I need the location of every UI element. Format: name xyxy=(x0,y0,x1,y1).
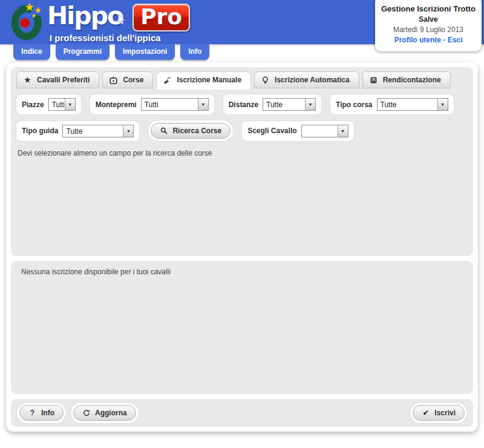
nav-item-indice[interactable]: Indice xyxy=(13,44,50,60)
tab-iscrizione-automatica[interactable]: Iscrizione Automatica xyxy=(254,71,359,88)
chevron-down-icon: ▼ xyxy=(198,99,208,110)
logo-pro-badge: Pro xyxy=(132,4,190,31)
page-title: Gestione Iscrizioni Trotto xyxy=(380,4,477,13)
tab-iscrizione-manuale[interactable]: Iscrizione Manuale xyxy=(156,71,251,90)
lightbulb-icon xyxy=(261,76,269,84)
question-icon: ? xyxy=(28,409,36,417)
aggiorna-button[interactable]: Aggiorna xyxy=(73,405,136,421)
tab-cavalli-preferiti[interactable]: ★ Cavalli Preferiti xyxy=(16,71,99,88)
chevron-down-icon: ▼ xyxy=(437,99,448,110)
tipo-guida-select[interactable]: Tutte ▼ xyxy=(62,125,134,137)
iscrivi-button-wrap: ✔ Iscrivi xyxy=(410,403,467,423)
date-text: Martedì 9 Luglio 2013 xyxy=(380,25,477,34)
nav-item-info[interactable]: Info xyxy=(180,44,209,60)
search-icon xyxy=(160,127,168,135)
star-icon: ★ xyxy=(24,76,31,84)
tab-rendicontazione[interactable]: Rendicontazione xyxy=(362,71,451,88)
distanze-select[interactable]: Tutte ▼ xyxy=(263,98,316,111)
user-panel: Gestione Iscrizioni Trotto Salve Martedì… xyxy=(375,0,482,51)
filter-distanze: Distanze Tutte ▼ xyxy=(223,94,321,114)
nav-item-programmi[interactable]: Programmi xyxy=(56,44,110,60)
chevron-down-icon: ▼ xyxy=(65,99,75,110)
info-button-wrap: ? Info xyxy=(17,403,66,423)
search-hint-text: Devi selezionare almeno un campo per la … xyxy=(18,149,466,157)
filter-scegli-cavallo: Scegli Cavallo ▼ xyxy=(242,121,353,141)
horseshoe-logo-icon xyxy=(7,2,42,44)
ricerca-corse-button-wrap: Ricerca Corse xyxy=(148,120,233,141)
filter-row-2: Tipo guida Tutte ▼ Ricerca Corse Scegli … xyxy=(16,120,468,141)
toolbar-left-group: ? Info Aggiorna xyxy=(17,403,139,423)
logo-tagline: I professionisti dell'ippica xyxy=(50,33,190,43)
aggiorna-button-wrap: Aggiorna xyxy=(71,403,139,423)
info-button[interactable]: ? Info xyxy=(19,405,64,421)
tab-bar: ★ Cavalli Preferiti Corse Iscrizione Man… xyxy=(16,71,468,88)
piazze-select[interactable]: Tutte ▼ xyxy=(48,98,76,111)
filter-tipo-guida: Tipo guida Tutte ▼ xyxy=(16,121,139,141)
refresh-icon xyxy=(82,409,90,417)
main-nav: Indice Programmi Impostazioni Info xyxy=(13,44,209,60)
link-separator: - xyxy=(441,36,448,44)
profile-link[interactable]: Profilo utente xyxy=(394,36,441,44)
nav-item-impostazioni[interactable]: Impostazioni xyxy=(115,44,175,60)
logo-text: Hippo xyxy=(47,2,123,29)
greeting-text: Salve xyxy=(380,15,477,24)
user-links: Profilo utente - Esci xyxy=(380,36,477,44)
bottom-toolbar: ? Info Aggiorna ✔ Iscrivi xyxy=(11,399,473,427)
filter-tipo-corsa: Tipo corsa Tutte ▼ xyxy=(330,94,453,114)
results-panel: Nessuna iscrizione disponibile per i tuo… xyxy=(11,261,473,394)
ricerca-corse-button[interactable]: Ricerca Corse xyxy=(151,123,231,139)
cursor-arrow-icon xyxy=(118,15,126,28)
main-container: ★ Cavalli Preferiti Corse Iscrizione Man… xyxy=(6,62,478,432)
tab-corse[interactable]: Corse xyxy=(102,71,153,88)
check-icon: ✔ xyxy=(422,409,430,417)
no-registrations-text: Nessuna iscrizione disponibile per i tuo… xyxy=(21,268,463,276)
tipo-corsa-select[interactable]: Tutte ▼ xyxy=(377,98,448,111)
calculator-icon xyxy=(370,76,378,84)
iscrivi-button[interactable]: ✔ Iscrivi xyxy=(413,405,465,421)
filter-piazze: Piazze Tutte ▼ xyxy=(16,94,81,114)
calendar-icon xyxy=(110,76,117,84)
filter-row-1: Piazze Tutte ▼ Montepremi Tutti ▼ Distan… xyxy=(16,94,468,114)
filter-montepremi: Montepremi Tutti ▼ xyxy=(90,94,214,114)
montepremi-select[interactable]: Tutti ▼ xyxy=(141,98,209,111)
scegli-cavallo-select[interactable]: ▼ xyxy=(301,125,348,137)
chevron-down-icon: ▼ xyxy=(123,125,133,137)
wrench-icon xyxy=(163,76,171,84)
chevron-down-icon: ▼ xyxy=(305,99,315,110)
logout-link[interactable]: Esci xyxy=(448,36,463,44)
search-panel: ★ Cavalli Preferiti Corse Iscrizione Man… xyxy=(11,67,473,256)
chevron-down-icon: ▼ xyxy=(338,125,348,137)
